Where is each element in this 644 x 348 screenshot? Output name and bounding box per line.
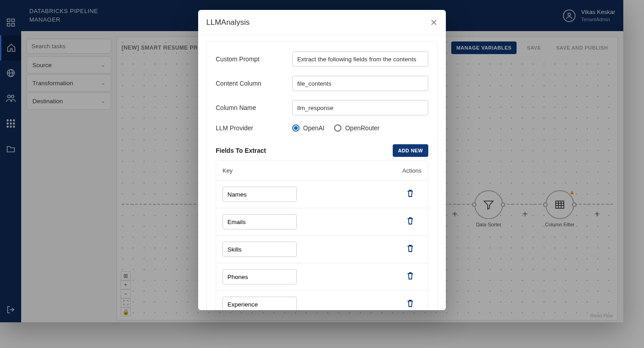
field-key-input[interactable]: [222, 187, 297, 202]
trash-icon[interactable]: [406, 216, 414, 225]
close-icon[interactable]: ✕: [430, 17, 438, 28]
content-column-input[interactable]: [292, 76, 428, 91]
column-name-label: Column Name: [216, 104, 292, 111]
field-key-input[interactable]: [222, 269, 297, 284]
fields-table: Key Actions: [216, 160, 428, 310]
field-key-input[interactable]: [222, 242, 297, 257]
fields-to-extract-title: Fields To Extract: [216, 147, 266, 154]
app-shell: DATABRICKS PIPELINE MANAGER Vikas Keskar…: [0, 0, 623, 322]
llm-analysis-modal: LLMAnalysis ✕ Custom Prompt Content Colu…: [198, 10, 446, 310]
table-row: [216, 208, 428, 236]
modal-title: LLMAnalysis: [206, 18, 249, 27]
table-row: [216, 263, 428, 291]
provider-openai-radio[interactable]: OpenAI: [292, 124, 324, 132]
column-name-input[interactable]: [292, 100, 428, 115]
actions-header: Actions: [402, 167, 422, 174]
table-row: [216, 181, 428, 208]
radio-selected-icon: [292, 124, 299, 132]
table-row: [216, 236, 428, 263]
llm-provider-label: LLM Provider: [216, 124, 292, 132]
field-key-input[interactable]: [222, 214, 297, 229]
radio-unselected-icon: [334, 124, 341, 132]
trash-icon[interactable]: [406, 189, 414, 198]
custom-prompt-label: Custom Prompt: [216, 55, 292, 63]
trash-icon[interactable]: [406, 244, 414, 253]
custom-prompt-input[interactable]: [292, 51, 428, 67]
add-new-button[interactable]: ADD NEW: [393, 144, 428, 157]
provider-openrouter-radio[interactable]: OpenRouter: [334, 124, 379, 132]
key-header: Key: [222, 167, 402, 174]
field-key-input[interactable]: [222, 297, 297, 310]
content-column-label: Content Column: [216, 80, 292, 87]
modal-overlay[interactable]: LLMAnalysis ✕ Custom Prompt Content Colu…: [0, 0, 644, 348]
trash-icon[interactable]: [406, 299, 414, 308]
table-row: [216, 291, 428, 310]
trash-icon[interactable]: [406, 271, 414, 280]
